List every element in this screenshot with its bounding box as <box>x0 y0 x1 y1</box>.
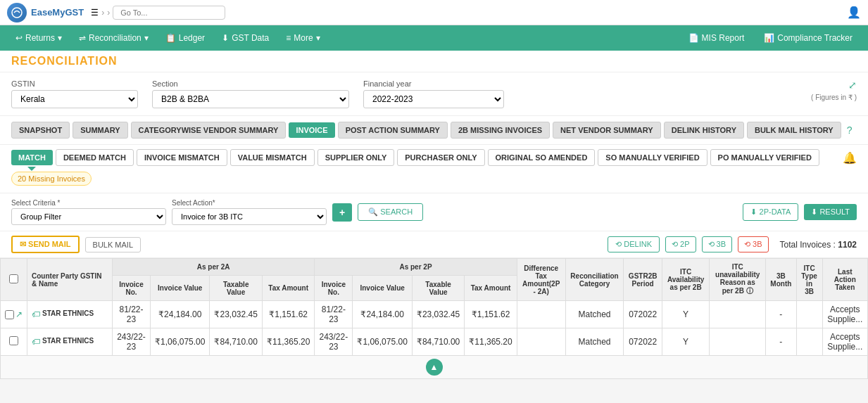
recon-dropdown-icon: ▾ <box>144 33 149 43</box>
tab2-original-so[interactable]: ORIGINAL SO AMENDED <box>488 149 596 166</box>
th-2p-tax-amt: Tax Amount <box>465 276 517 301</box>
controls-row: Select Criteria * Group Filter Select Ac… <box>0 193 868 231</box>
nav-compliance-tracker[interactable]: 📊 Compliance Tracker <box>755 33 861 43</box>
row1-action-icon[interactable]: ↗ <box>15 309 23 319</box>
expand-icon[interactable]: ⤢ <box>848 79 857 91</box>
tab-2b-missing[interactable]: 2B MISSING INVOICES <box>451 122 550 139</box>
scroll-up-button[interactable]: ▲ <box>426 359 443 376</box>
th-gstr2b-period: GSTR2B Period <box>624 259 662 301</box>
nav-reconciliation[interactable]: ⇌ Reconciliation ▾ <box>70 25 157 51</box>
svg-point-0 <box>12 8 22 18</box>
bell-icon[interactable]: 🔔 <box>843 151 857 165</box>
section-select[interactable]: B2B & B2BA <box>152 90 349 108</box>
user-icon[interactable]: 👤 <box>847 6 861 18</box>
tab2-deemed-match[interactable]: DEEMED MATCH <box>56 149 134 166</box>
row2-bookmark-icon[interactable]: 🏷 <box>32 337 40 347</box>
nav-more[interactable]: ≡ More ▾ <box>277 25 328 51</box>
row1-check[interactable] <box>5 310 14 319</box>
row2-gstr2b: 072022 <box>624 328 662 356</box>
goto-input[interactable] <box>113 6 225 20</box>
row2-name: STAR ETHNICS <box>42 337 94 345</box>
delink-button[interactable]: ⟲ DELINK <box>608 236 660 252</box>
tab2-supplier-only[interactable]: SUPPLIER ONLY <box>317 149 395 166</box>
th-2a-inv-no: Invoice No. <box>112 276 150 301</box>
row1-itc-avail: Y <box>662 301 709 328</box>
row2-2p-invval: ₹1,06,075.00 <box>353 328 412 356</box>
3b-sync-button[interactable]: ⟲ 3B <box>702 236 733 252</box>
row2-diff <box>517 328 565 356</box>
breadcrumb-sep2: › <box>107 8 110 18</box>
mis-icon: 📄 <box>688 33 699 43</box>
top-bar: EaseMyGST ☰ › › 👤 <box>0 0 868 25</box>
row1-3b-month: - <box>766 301 796 328</box>
recon-icon: ⇌ <box>79 33 86 43</box>
row1-2a-invno: 81/22-23 <box>112 301 150 328</box>
gstin-label: GSTIN <box>11 79 138 88</box>
tab-snapshot[interactable]: SNAPSHOT <box>11 122 70 139</box>
nav-bar: ↩ Returns ▾ ⇌ Reconciliation ▾ 📋 Ledger … <box>0 25 868 51</box>
gst-data-icon: ⬇ <box>222 33 229 43</box>
table-row: ↗ 🏷 STAR ETHNICS 81/22-23 ₹24,184.00 ₹23… <box>1 301 868 328</box>
more-dropdown-icon: ▾ <box>316 33 320 43</box>
tab-summary[interactable]: SUMMARY <box>73 122 127 139</box>
tab2-so-manually[interactable]: SO MANUALLY VERIFIED <box>598 149 707 166</box>
help-icon[interactable]: ? <box>847 124 853 136</box>
row1-party: 🏷 STAR ETHNICS <box>27 301 113 328</box>
total-count: 1102 <box>838 240 857 250</box>
th-itc-unavailability: ITC unavailability Reason as per 2B ⓘ <box>710 259 766 301</box>
th-as-per-2p: As per 2P <box>315 259 517 276</box>
send-mail-button[interactable]: ✉ SEND MAIL <box>11 236 80 253</box>
tab-delink-history[interactable]: DELINK HISTORY <box>664 122 744 139</box>
row2-checkbox <box>1 328 27 356</box>
row1-recon: Matched <box>565 301 624 328</box>
scroll-up-row: ▲ <box>1 356 868 379</box>
tab-bulk-mail[interactable]: BULK MAIL HISTORY <box>747 122 841 139</box>
row1-checkbox: ↗ <box>1 301 27 328</box>
tab-invoice[interactable]: INVOICE <box>289 122 334 138</box>
2p-button[interactable]: ⟲ 2P <box>665 236 696 252</box>
nav-mis-report[interactable]: 📄 MIS Report <box>680 33 753 43</box>
tab2-purchaser-only[interactable]: PURCHASER ONLY <box>397 149 484 166</box>
th-2p-inv-val: Invoice Value <box>353 276 412 301</box>
tabs-row1: SNAPSHOT SUMMARY CATEGORYWISE VENDOR SUM… <box>0 116 868 145</box>
nav-ledger[interactable]: 📋 Ledger <box>157 25 213 51</box>
criteria-select[interactable]: Group Filter <box>11 208 166 225</box>
row1-last-action: Accepts Supplie... <box>822 301 867 328</box>
add-filter-button[interactable]: + <box>332 203 352 222</box>
criteria-label: Select Criteria * <box>11 199 166 207</box>
tab2-invoice-mismatch[interactable]: INVOICE MISMATCH <box>137 149 227 166</box>
returns-dropdown-icon: ▾ <box>58 33 62 43</box>
tab-net-vendor[interactable]: NET VENDOR SUMMARY <box>553 122 661 139</box>
row1-name: STAR ETHNICS <box>42 309 94 317</box>
nav-gst-data[interactable]: ⬇ GST Data <box>213 25 277 51</box>
tab2-po-manually[interactable]: PO MANUALLY VERIFIED <box>710 149 819 166</box>
row2-itc-unavail <box>710 328 766 356</box>
tab-categorywise[interactable]: CATEGORYWISE VENDOR SUMMARY <box>131 122 287 139</box>
th-itc-type-3b: ITC Type in 3B <box>796 259 822 301</box>
figures-note: ( Figures in ₹ ) <box>811 94 857 101</box>
select-all-checkbox[interactable] <box>9 274 18 283</box>
filter-row: GSTIN Kerala Section B2B & B2BA Financia… <box>11 79 504 108</box>
row2-last-action: Accepts Supplie... <box>822 328 867 356</box>
breadcrumb-icon: ☰ <box>91 8 99 18</box>
missing-invoices-badge: 20 Missing Invoices <box>11 172 92 186</box>
3b-button[interactable]: ⟲ 3B <box>738 236 769 252</box>
fy-select[interactable]: 2022-2023 <box>363 90 504 108</box>
row1-bookmark-icon[interactable]: 🏷 <box>32 309 40 319</box>
tab-post-action[interactable]: POST ACTION SUMMARY <box>338 122 448 139</box>
th-recon-category: Reconciliation Category <box>565 259 624 301</box>
logo-icon <box>7 3 27 23</box>
tab2-match[interactable]: MATCH <box>11 150 53 165</box>
tab2-value-mismatch[interactable]: VALUE MISMATCH <box>230 149 315 166</box>
bulk-mail-button[interactable]: BULK MAIL <box>85 237 141 252</box>
action-select[interactable]: Invoice for 3B ITC <box>172 208 327 225</box>
th-checkbox <box>1 259 27 301</box>
result-button[interactable]: ⬇ RESULT <box>804 204 857 220</box>
row2-check[interactable] <box>9 336 18 345</box>
search-button[interactable]: 🔍 SEARCH <box>358 203 423 221</box>
gstin-group: GSTIN Kerala <box>11 79 138 108</box>
gstin-select[interactable]: Kerala <box>11 90 138 108</box>
total-invoices-label: Total Invoices : 1102 <box>780 240 857 250</box>
nav-returns[interactable]: ↩ Returns ▾ <box>7 25 70 51</box>
2p-data-button[interactable]: ⬇ 2P-DATA <box>743 203 798 221</box>
